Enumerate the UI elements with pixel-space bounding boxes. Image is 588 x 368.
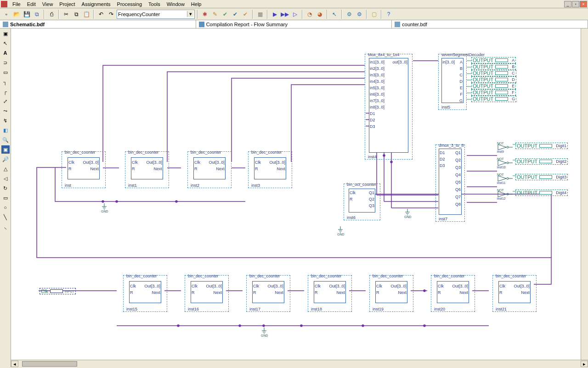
- diag-tool-icon[interactable]: ⤢: [1, 97, 10, 105]
- pointer-tool-icon[interactable]: ↖: [1, 39, 10, 47]
- new-icon[interactable]: ▫: [2, 10, 11, 19]
- block-bindec-top-1[interactable]: bin_dec_counter Clk R Out[3..0] Next ins…: [125, 151, 169, 188]
- menu-view[interactable]: View: [39, 1, 57, 7]
- output-pin-digit4[interactable]: OUTPUTDigit4: [515, 190, 568, 196]
- output-pin-B[interactable]: OUTPUTB: [471, 63, 516, 70]
- svg-point-2: [175, 201, 177, 202]
- project-select[interactable]: FrequencyCounter ▾: [117, 10, 195, 19]
- undo-icon[interactable]: ↶: [96, 10, 106, 19]
- monitor-icon[interactable]: ▢: [369, 10, 379, 19]
- block-bindec-bot-1[interactable]: bin_dec_counter Clk R Out[3..0] Next ins…: [185, 275, 229, 312]
- menu-help[interactable]: Help: [188, 1, 205, 7]
- block-bindec-bot-6[interactable]: bin_dec_counter Clk R Out[3..0] Next ins…: [492, 275, 537, 312]
- menu-tools[interactable]: Tools: [145, 1, 164, 7]
- block-bindec-top-2[interactable]: bin_dec_counter Clk R Out[3..0] Next ins…: [187, 151, 232, 188]
- cut-icon[interactable]: ✂: [62, 10, 71, 19]
- binoculars-icon[interactable]: 🔎: [1, 155, 10, 163]
- gear2-icon[interactable]: ⚙: [355, 10, 364, 19]
- timing1-icon[interactable]: ◔: [305, 10, 314, 19]
- menu-processing[interactable]: Processing: [114, 1, 145, 7]
- block-bindec-bot-2[interactable]: bin_dec_counter Clk R Out[3..0] Next ins…: [246, 275, 290, 312]
- play-icon[interactable]: ▶: [270, 10, 279, 19]
- rubber-icon[interactable]: ↯: [1, 116, 10, 125]
- menu-window[interactable]: Window: [164, 1, 188, 7]
- fit-window-icon[interactable]: ▣: [1, 145, 10, 154]
- copy-icon[interactable]: ⧉: [72, 10, 81, 19]
- menu-assignments[interactable]: Assignments: [79, 1, 114, 7]
- output-pin-digit3[interactable]: OUTPUTDigit3: [515, 174, 568, 180]
- menu-file[interactable]: File: [9, 1, 24, 7]
- output-pin-D[interactable]: OUTPUTD: [471, 76, 516, 83]
- gear1-icon[interactable]: ⚙: [345, 10, 354, 19]
- play-step-icon[interactable]: ▶▶: [280, 10, 289, 19]
- rect-tool-icon[interactable]: ▭: [1, 194, 10, 202]
- partial-icon[interactable]: ◧: [1, 126, 10, 134]
- check-orange-icon[interactable]: ✔: [241, 10, 250, 19]
- print-icon[interactable]: ⎙: [47, 10, 56, 19]
- report-icon: [199, 22, 204, 27]
- check-blue-icon[interactable]: ✔: [231, 10, 240, 19]
- rotate-icon[interactable]: ↻: [1, 184, 10, 192]
- paste-icon[interactable]: 📋: [82, 10, 91, 19]
- block-dmux[interactable]: dmux_3_to_8 D1 D2 D3 Q1Q2Q3Q4Q5Q6Q7Q8 in…: [435, 144, 465, 222]
- output-pin-F[interactable]: OUTPUTF: [471, 89, 516, 96]
- zoom-tool-icon[interactable]: 🔍: [1, 136, 10, 144]
- bus-tool-icon[interactable]: ▭: [1, 68, 10, 76]
- oval-tool-icon[interactable]: ○: [1, 203, 10, 212]
- menu-project[interactable]: Project: [56, 1, 78, 7]
- output-pin-digit2[interactable]: OUTPUTDigit2: [515, 158, 568, 165]
- tab-schematic[interactable]: Schematic.bdf: [0, 20, 196, 28]
- output-pin-G[interactable]: OUTPUTG: [471, 96, 516, 102]
- scroll-left-icon[interactable]: ◂: [11, 361, 18, 367]
- flip-vert-icon[interactable]: △: [1, 165, 10, 173]
- block-bindec-top-3[interactable]: bin_dec_counter Clk R Out[3..0] Next ins…: [248, 151, 292, 188]
- save-all-icon[interactable]: ⧉: [32, 10, 41, 19]
- arc2-tool-icon[interactable]: ◟: [1, 223, 10, 231]
- block-mux[interactable]: Mux_8x4_to_1x4 out[3..0] in1[3..0]in2[3.…: [365, 54, 413, 160]
- symbol-tool-icon[interactable]: ⊃: [1, 58, 10, 67]
- block-bindec-bot-5[interactable]: bin_dec_counter Clk R Out[3..0] Next ins…: [431, 275, 475, 312]
- minimize-button[interactable]: _: [564, 1, 571, 7]
- timing2-icon[interactable]: ◕: [315, 10, 324, 19]
- line-tool-icon[interactable]: ┌: [1, 87, 10, 96]
- svg-point-9: [362, 325, 364, 327]
- chip-icon[interactable]: ▦: [255, 10, 265, 19]
- check-green-icon[interactable]: ✔: [220, 10, 230, 19]
- arc-tool-icon[interactable]: ⤳: [1, 107, 10, 115]
- tab-compilation-report[interactable]: Compilation Report - Flow Summary: [196, 20, 392, 28]
- project-select-value: FrequencyCounter: [118, 12, 160, 17]
- svg-point-10: [424, 325, 425, 327]
- output-pin-digit1[interactable]: OUTPUTDigit1: [515, 143, 568, 149]
- block-bindec-top-0[interactable]: bin_dec_counter Clk R Out[3..0] Next ins…: [62, 151, 106, 188]
- restore-button[interactable]: ▫: [572, 1, 579, 7]
- tab-counter[interactable]: counter.bdf: [392, 20, 588, 28]
- text-tool-icon[interactable]: A: [1, 49, 10, 57]
- output-pin-A[interactable]: OUTPUTA: [471, 57, 516, 63]
- block-bindec-bot-4[interactable]: bin_dec_counter Clk R Out[3..0] Next ins…: [369, 275, 413, 312]
- block-bindec-bot-3[interactable]: bin_dec_counter Clk R Out[3..0] Next ins…: [308, 275, 352, 312]
- save-icon[interactable]: 💾: [22, 10, 31, 19]
- scrollbar-vertical[interactable]: [581, 29, 588, 360]
- flip-horz-icon[interactable]: ◁: [1, 174, 10, 183]
- block-bindec-bot-0[interactable]: bin_dec_counter Clk R Out[3..0] Next ins…: [123, 275, 167, 312]
- menu-edit[interactable]: Edit: [24, 1, 39, 7]
- node-tool-icon[interactable]: ┐: [1, 78, 10, 86]
- pointer-blue-icon[interactable]: ↖: [330, 10, 339, 19]
- output-pin-E[interactable]: OUTPUTE: [471, 83, 516, 89]
- wand-icon[interactable]: ✎: [210, 10, 220, 19]
- output-pin-C[interactable]: OUTPUTC: [471, 70, 516, 76]
- input-clk[interactable]: Clk INPUT: [40, 288, 76, 294]
- detach-icon[interactable]: ▣: [1, 29, 10, 38]
- block-sevenseg[interactable]: sevenSegmentDecoder in[3..0] ABCDEFG ins…: [438, 54, 467, 110]
- help-icon[interactable]: ?: [384, 10, 393, 19]
- play-into-icon[interactable]: ▷: [290, 10, 300, 19]
- scroll-right-icon[interactable]: ▸: [581, 361, 588, 367]
- close-button[interactable]: ×: [580, 1, 587, 7]
- redo-icon[interactable]: ↷: [107, 10, 116, 19]
- line2-tool-icon[interactable]: ╲: [1, 213, 10, 221]
- block-binoct[interactable]: bin_oct_counter Clk R Q1 Q2 Q3 inst6: [344, 184, 380, 220]
- settings-red-icon[interactable]: ✱: [200, 10, 209, 19]
- open-icon[interactable]: 📂: [12, 10, 21, 19]
- scrollbar-horizontal[interactable]: ◂ ▸: [11, 360, 588, 367]
- schematic-canvas[interactable]: bin_dec_counter Clk R Out[3..0] Next ins…: [11, 29, 588, 367]
